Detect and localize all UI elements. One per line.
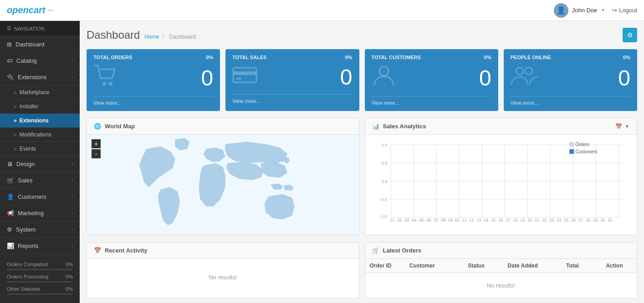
sidebar-item-sales[interactable]: 🛒 Sales › [0,172,80,189]
dashboard-icon: ⊞ [7,41,12,48]
sidebar-item-catalog[interactable]: 🏷 Catalog › [0,53,80,69]
svg-rect-3 [233,71,256,75]
svg-text:25: 25 [564,218,568,222]
svg-text:30: 30 [600,218,605,222]
sidebar: ☰ NAVIGATION ⊞ Dashboard 🏷 Catalog › 🔌 E… [0,21,80,303]
chevron-right-icon: › [72,194,73,199]
svg-text:07: 07 [434,218,438,222]
chart-bar-icon: 📊 [372,123,379,130]
stat-bar-orders-processing [7,281,73,283]
view-more-orders[interactable]: View more... [93,96,213,106]
svg-text:13: 13 [476,218,481,222]
svg-text:24: 24 [557,218,561,222]
sidebar-stats: Orders Completed 0% Orders Processing 0%… [0,257,80,303]
view-more-online[interactable]: View more... [511,96,630,106]
svg-text:27: 27 [578,218,583,222]
logout-button[interactable]: ↪ Logout [612,7,637,14]
sidebar-item-extensions[interactable]: 🔌 Extensions › [0,69,80,86]
recent-activity-body: No results! [87,259,359,295]
sales-chart-svg: 1.0 0.5 0.0 -0.5 -1.0 [370,138,633,222]
svg-text:0.0: 0.0 [382,179,388,184]
svg-rect-60 [569,142,574,146]
breadcrumb-home[interactable]: Home [144,34,159,40]
svg-point-5 [379,66,388,76]
svg-text:23: 23 [549,218,554,222]
zoom-in-button[interactable]: + [92,139,101,148]
svg-text:Customers: Customers [575,149,597,154]
stats-row: TOTAL ORDERS 0% 0 View more... [87,49,637,111]
svg-text:03: 03 [404,218,409,222]
user-info[interactable]: 👤 John Doe ▼ [554,3,606,18]
logo: opencart ··· [7,5,54,15]
svg-text:15: 15 [491,218,496,222]
latest-orders-header: 🛒 Latest Orders [365,242,637,259]
svg-point-0 [102,82,106,86]
sidebar-subitem-marketplace[interactable]: Marketplace [0,86,80,100]
svg-text:06: 06 [426,218,431,222]
logout-icon: ↪ [612,7,617,14]
stat-card-total-sales: TOTAL SALES 0% 0 View more... [225,49,359,111]
chevron-right-icon: › [72,211,73,216]
svg-rect-4 [236,78,241,80]
sales-analytics-body: 1.0 0.5 0.0 -0.5 -1.0 [365,135,637,235]
svg-text:22: 22 [542,218,547,222]
sidebar-item-customers[interactable]: 👤 Customers › [0,189,80,205]
zoom-out-button[interactable]: - [92,149,101,158]
svg-text:29: 29 [593,218,598,222]
topnav: opencart ··· 👤 John Doe ▼ ↪ Logout [0,0,644,21]
gear-icon: ⚙ [627,31,633,39]
stat-card-total-customers: TOTAL CUSTOMERS 0% 0 View more... [365,49,498,111]
svg-text:31: 31 [608,218,612,222]
svg-text:01: 01 [390,218,394,222]
view-more-sales[interactable]: View more... [232,94,352,104]
stat-row-orders-processing: Orders Processing 0% [7,274,73,279]
sidebar-item-system[interactable]: ⚙ System › [0,222,80,238]
group-icon [511,65,538,91]
svg-text:18: 18 [513,218,517,222]
recent-activity-no-results: No results! [209,274,237,281]
marketing-icon: 📢 [7,210,14,217]
sidebar-item-design[interactable]: 🖥 Design › [0,156,80,172]
design-icon: 🖥 [7,161,13,167]
sidebar-subitem-installer[interactable]: Installer [0,100,80,114]
chart-actions[interactable]: 📅 ▼ [615,123,630,130]
main-layout: ☰ NAVIGATION ⊞ Dashboard 🏷 Catalog › 🔌 E… [0,21,644,303]
sidebar-item-marketing[interactable]: 📢 Marketing › [0,205,80,222]
sidebar-subitem-extensions-active[interactable]: Extensions [0,114,80,128]
svg-text:19: 19 [520,218,525,222]
latest-orders-panel: 🛒 Latest Orders Order ID Customer Status… [365,242,638,298]
svg-text:-0.5: -0.5 [380,197,387,202]
settings-button[interactable]: ⚙ [623,28,637,42]
world-map-svg [87,135,359,235]
logo-icon: ··· [47,6,53,15]
world-map-panel: 🌐 World Map + - [87,118,359,235]
stat-row-other-statuses: Other Statuses 0% [7,286,73,292]
system-icon: ⚙ [7,226,12,233]
sidebar-subitem-events[interactable]: Events [0,142,80,156]
sidebar-subitem-modifications[interactable]: Modifications [0,128,80,142]
svg-text:-1.0: -1.0 [380,214,387,219]
chevron-right-icon: › [72,162,73,167]
sidebar-item-reports[interactable]: 📊 Reports › [0,238,80,254]
world-map-header: 🌐 World Map [87,118,359,135]
svg-text:04: 04 [412,218,416,222]
svg-text:05: 05 [419,218,424,222]
sidebar-item-dashboard[interactable]: ⊞ Dashboard [0,36,80,53]
main-content: Dashboard Home / Dashboard ⚙ TOTAL ORDER… [80,21,644,303]
bottom-row: 📅 Recent Activity No results! 🛒 Latest O… [87,242,637,298]
chevron-down-icon: ▼ [601,8,605,13]
user-name: John Doe [572,7,598,14]
svg-text:0.5: 0.5 [382,161,388,166]
middle-row: 🌐 World Map + - [87,118,637,235]
svg-text:28: 28 [586,218,590,222]
svg-text:14: 14 [484,218,488,222]
svg-text:12: 12 [469,218,474,222]
avatar: 👤 [554,3,568,18]
view-more-customers[interactable]: View more... [372,96,491,106]
orders-no-results: No results! [365,273,637,298]
svg-text:1.0: 1.0 [382,143,388,147]
svg-rect-62 [569,149,574,154]
orders-icon: 🛒 [372,247,379,254]
chevron-right-icon: › [72,243,73,248]
svg-point-6 [516,67,523,75]
